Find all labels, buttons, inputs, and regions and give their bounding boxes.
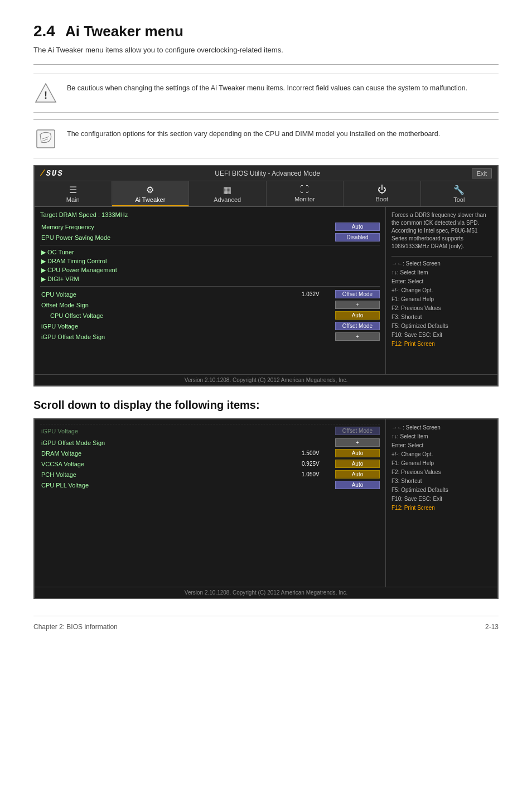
svg-text:!: ! [44, 90, 47, 101]
cpu-voltage-label: CPU Voltage [40, 291, 302, 298]
bios-nav-advanced[interactable]: ▦ Advanced [189, 181, 267, 206]
bios-key2-5: F1: General Help [391, 460, 492, 467]
bios-sep-1 [40, 245, 380, 245]
scroll-vccsa-value: 0.925V [302, 461, 335, 467]
page: 2.4 Ai Tweaker menu The Ai Tweaker menu … [0, 0, 532, 653]
bios-key-10: F12: Print Screen [391, 340, 492, 348]
target-dram-label: Target DRAM Speed : 1333MHz [40, 211, 380, 218]
bios-nav-main[interactable]: ☰ Main [35, 181, 112, 206]
igpu-voltage-label: iGPU Voltage [40, 323, 302, 330]
scroll-pch-label: PCH Voltage [40, 471, 302, 478]
cpu-offset-btn[interactable]: Auto [335, 311, 380, 320]
warning-text: Be cautious when changing the settings o… [67, 81, 467, 94]
bios-footer-1: Version 2.10.1208. Copyright (C) 2012 Am… [35, 374, 497, 385]
scroll-heading: Scroll down to display the following ite… [33, 399, 499, 412]
cpu-offset-label: CPU Offset Voltage [49, 312, 302, 319]
bios-key2-3: Enter: Select [391, 442, 492, 450]
scroll-vccsa-label: VCCSA Voltage [40, 461, 302, 467]
bios-scroll-row-dram-voltage: DRAM Voltage 1.500V Auto [40, 449, 380, 457]
bios-screenshot-1: /SUS UEFI BIOS Utility - Advanced Mode E… [33, 165, 499, 386]
bios-scroll-row-igpu-voltage: iGPU Voltage Offset Mode [40, 424, 380, 435]
epu-btn[interactable]: Disabled [335, 233, 380, 241]
igpu-voltage-btn[interactable]: Offset Mode [335, 322, 380, 330]
bios-row-igpu-voltage: iGPU Voltage Offset Mode [40, 322, 380, 330]
bios-key-1: →←: Select Screen [391, 260, 492, 268]
bios-nav-tool-label: Tool [453, 196, 465, 203]
cpu-voltage-btn[interactable]: Offset Mode [335, 290, 380, 298]
scroll-cpu-pll-btn[interactable]: Auto [335, 481, 380, 489]
bios-exit-button[interactable]: Exit [472, 168, 492, 178]
bios-key2-10: F12: Print Screen [391, 504, 492, 512]
memory-freq-label: Memory Frequency [40, 224, 335, 230]
bios-title: UEFI BIOS Utility - Advanced Mode [215, 170, 320, 177]
bios-key2-4: +/-: Change Opt. [391, 451, 492, 458]
bios-sep-2 [40, 286, 380, 287]
bios-help-description: Forces a DDR3 frequency slower than the … [391, 211, 492, 250]
bios-help-sep [391, 256, 492, 257]
main-icon: ☰ [37, 185, 109, 195]
scroll-pch-btn[interactable]: Auto [335, 470, 380, 479]
scroll-igpu-sign-btn[interactable]: + [335, 438, 380, 447]
bios-digi-vrm[interactable]: DIGI+ VRM [40, 276, 380, 283]
bios-row-offset-sign: Offset Mode Sign + [40, 301, 380, 309]
asus-logo: /SUS [40, 169, 64, 178]
bios-nav-main-label: Main [66, 196, 80, 203]
scroll-dram-label: DRAM Voltage [40, 450, 302, 457]
bios-row-igpu-offset-sign: iGPU Offset Mode Sign + [40, 332, 380, 341]
bios-dram-timing[interactable]: DRAM Timing Control [40, 258, 380, 265]
bios-key2-2: ↑↓: Select Item [391, 433, 492, 441]
bios-row-epu: EPU Power Saving Mode Disabled [40, 233, 380, 241]
warning-notice: ! Be cautious when changing the settings… [33, 74, 499, 113]
bios-nav-boot[interactable]: ⏻ Boot [344, 181, 421, 206]
info-notice: The configuration options for this secti… [33, 119, 499, 158]
bios-key2-6: F2: Previous Values [391, 468, 492, 476]
offset-sign-btn[interactable]: + [335, 301, 380, 309]
scroll-igpu-voltage-label: iGPU Voltage [40, 428, 335, 434]
bios-key-7: F3: Shortcut [391, 313, 492, 321]
bios-scroll-row-igpu-sign: iGPU Offset Mode Sign + [40, 438, 380, 447]
offset-sign-label: Offset Mode Sign [40, 302, 302, 308]
bios-key2-8: F5: Optimized Defaults [391, 486, 492, 494]
bios-scroll-row-pch: PCH Voltage 1.050V Auto [40, 470, 380, 479]
scroll-dram-btn[interactable]: Auto [335, 449, 380, 457]
boot-icon: ⏻ [346, 185, 418, 195]
bios-key-4: +/-: Change Opt. [391, 287, 492, 294]
ai-tweaker-icon: ⚙ [114, 185, 187, 195]
bios-nav-ai-tweaker[interactable]: ⚙ Ai Tweaker [112, 181, 190, 206]
igpu-offset-sign-btn[interactable]: + [335, 332, 380, 341]
bios-main-panel: Target DRAM Speed : 1333MHz Memory Frequ… [35, 207, 386, 374]
memory-freq-btn[interactable]: Auto [335, 223, 380, 231]
page-footer: Chapter 2: BIOS information 2-13 [33, 616, 499, 631]
warning-icon: ! [33, 81, 58, 105]
igpu-offset-sign-label: iGPU Offset Mode Sign [40, 334, 302, 340]
scroll-vccsa-btn[interactable]: Auto [335, 460, 380, 468]
bios-key-9: F10: Save ESC: Exit [391, 331, 492, 339]
bios-help-panel: Forces a DDR3 frequency slower than the … [386, 207, 497, 374]
bios-scroll-main: iGPU Voltage Offset Mode iGPU Offset Mod… [35, 419, 386, 587]
bios-row-cpu-offset: CPU Offset Voltage Auto [40, 311, 380, 320]
scroll-cpu-pll-label: CPU PLL Voltage [40, 482, 302, 489]
bios-help-panel-2: →←: Select Screen ↑↓: Select Item Enter:… [386, 419, 497, 587]
bios-key2-9: F10: Save ESC: Exit [391, 495, 492, 503]
bios-key2-7: F3: Shortcut [391, 477, 492, 485]
scroll-igpu-voltage-btn[interactable]: Offset Mode [335, 427, 380, 435]
bios-nav-tool[interactable]: 🔧 Tool [421, 181, 498, 206]
info-text: The configuration options for this secti… [67, 127, 440, 139]
section-header: 2.4 Ai Tweaker menu [33, 22, 499, 40]
cpu-voltage-value: 1.032V [302, 291, 335, 297]
section-title: Ai Tweaker menu [65, 23, 183, 40]
bios-cpu-power[interactable]: CPU Power Management [40, 267, 380, 274]
monitor-icon: ⛶ [269, 185, 341, 195]
bios-row-cpu-voltage: CPU Voltage 1.032V Offset Mode [40, 290, 380, 298]
bios-help-text: Forces a DDR3 frequency slower than the … [391, 211, 492, 250]
bios-scroll-row-cpu-pll: CPU PLL Voltage Auto [40, 481, 380, 489]
bios-nav-monitor[interactable]: ⛶ Monitor [267, 181, 344, 206]
bios-nav: ☰ Main ⚙ Ai Tweaker ▦ Advanced ⛶ Monitor… [35, 181, 497, 207]
bios-screenshot-2: iGPU Voltage Offset Mode iGPU Offset Mod… [33, 418, 499, 599]
bios-nav-advanced-label: Advanced [214, 196, 241, 203]
bios-help-keys-2: →←: Select Screen ↑↓: Select Item Enter:… [391, 424, 492, 512]
section-number: 2.4 [33, 22, 55, 40]
bios-oc-tuner[interactable]: OC Tuner [40, 249, 380, 256]
bios-scroll-content: iGPU Voltage Offset Mode iGPU Offset Mod… [35, 419, 497, 587]
bios-nav-ai-label: Ai Tweaker [135, 196, 165, 203]
